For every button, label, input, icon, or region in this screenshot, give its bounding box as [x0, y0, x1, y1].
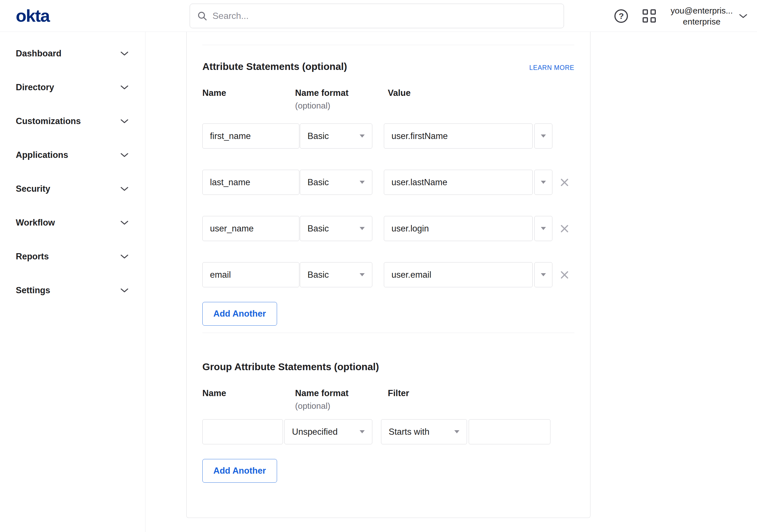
name-format-select[interactable]: Basic [300, 170, 372, 195]
sidebar-item-reports[interactable]: Reports [0, 240, 145, 273]
group-filter-type-select[interactable]: Starts with [381, 419, 467, 444]
chevron-down-icon [121, 85, 128, 90]
column-header-name: Name [202, 388, 295, 398]
chevron-down-icon [121, 51, 128, 56]
attribute-value-input[interactable] [384, 170, 533, 195]
dropdown-arrow-icon [360, 273, 365, 276]
value-dropdown-button[interactable] [534, 262, 552, 287]
dropdown-arrow-icon [541, 135, 546, 138]
attribute-statements-title: Attribute Statements (optional) [202, 61, 347, 72]
dropdown-arrow-icon [360, 227, 365, 230]
name-format-value: Basic [308, 270, 329, 280]
dropdown-arrow-icon [454, 430, 459, 433]
group-filter-value-input[interactable] [469, 419, 550, 444]
value-dropdown-button[interactable] [534, 216, 552, 241]
chevron-down-icon [121, 220, 128, 225]
remove-row-icon[interactable] [559, 269, 570, 280]
topbar: okta ? you@enterpris... enterprise [0, 0, 757, 32]
remove-row-icon[interactable] [559, 223, 570, 234]
column-header-name: Name [202, 88, 295, 98]
attribute-column-headers: Name Name format (optional) Value [202, 88, 574, 110]
attribute-row: Basic [202, 216, 574, 241]
sidebar-item-directory[interactable]: Directory [0, 71, 145, 104]
apps-grid-icon [643, 9, 648, 15]
apps-button[interactable] [643, 9, 656, 22]
value-dropdown-button[interactable] [534, 170, 552, 195]
group-attribute-statements-title: Group Attribute Statements (optional) [202, 361, 574, 372]
account-text: you@enterpris... enterprise [671, 5, 733, 27]
group-attribute-rows: Unspecified Starts with [202, 419, 574, 444]
attribute-value-input[interactable] [384, 216, 533, 241]
group-filter-type-value: Starts with [389, 427, 430, 437]
divider [202, 45, 574, 45]
group-name-input[interactable] [202, 419, 283, 444]
divider [202, 333, 574, 333]
column-header-name-format: Name format [295, 88, 388, 98]
column-header-filter: Filter [388, 388, 409, 398]
add-another-button[interactable]: Add Another [202, 459, 277, 483]
dropdown-arrow-icon [360, 135, 365, 138]
dropdown-arrow-icon [360, 181, 365, 184]
sidebar-item-dashboard[interactable]: Dashboard [0, 37, 145, 71]
search-bar[interactable] [190, 4, 564, 28]
attribute-name-input[interactable] [202, 216, 299, 241]
sidebar: Dashboard Directory Customizations Appli… [0, 32, 145, 532]
attribute-row: Basic [202, 170, 574, 195]
sidebar-item-workflow[interactable]: Workflow [0, 206, 145, 240]
name-format-select[interactable]: Basic [300, 262, 372, 287]
attribute-row: Basic [202, 262, 574, 287]
group-column-headers: Name Name format (optional) Filter [202, 388, 574, 411]
name-format-value: Basic [308, 177, 329, 187]
attribute-rows: Basic Basic Basic [202, 123, 574, 287]
dropdown-arrow-icon [541, 273, 546, 276]
chevron-down-icon [121, 254, 128, 259]
name-format-value: Basic [308, 224, 329, 234]
dropdown-arrow-icon [541, 181, 546, 184]
column-header-optional: (optional) [295, 401, 388, 411]
search-input[interactable] [213, 11, 556, 21]
attribute-value-input[interactable] [384, 123, 533, 148]
help-icon: ? [619, 11, 624, 21]
name-format-select[interactable]: Basic [300, 216, 372, 241]
topbar-right: ? you@enterpris... enterprise [614, 0, 747, 32]
sidebar-item-security[interactable]: Security [0, 172, 145, 206]
dropdown-arrow-icon [360, 430, 365, 433]
attribute-value-input[interactable] [384, 262, 533, 287]
sidebar-item-customizations[interactable]: Customizations [0, 104, 145, 138]
remove-row-icon[interactable] [559, 177, 570, 188]
settings-card: Attribute Statements (optional) LEARN MO… [186, 32, 590, 518]
name-format-value: Basic [308, 131, 329, 141]
dropdown-arrow-icon [541, 227, 546, 230]
name-format-select[interactable]: Basic [300, 123, 372, 148]
chevron-down-icon [121, 153, 128, 157]
okta-logo: okta [16, 7, 49, 24]
attribute-name-input[interactable] [202, 123, 299, 148]
sidebar-item-settings[interactable]: Settings [0, 273, 145, 307]
account-menu[interactable]: you@enterpris... enterprise [671, 5, 747, 27]
column-header-optional: (optional) [295, 101, 388, 110]
group-name-format-value: Unspecified [292, 427, 338, 437]
column-header-name-format: Name format [295, 388, 388, 398]
add-another-button[interactable]: Add Another [202, 302, 277, 326]
search-icon [197, 11, 207, 21]
column-header-value: Value [388, 88, 410, 98]
account-org: enterprise [671, 16, 733, 27]
chevron-down-icon [121, 187, 128, 191]
chevron-down-icon [121, 288, 128, 293]
value-dropdown-button[interactable] [534, 123, 552, 148]
attribute-name-input[interactable] [202, 170, 299, 195]
group-name-format-select[interactable]: Unspecified [284, 419, 372, 444]
chevron-down-icon [739, 14, 747, 18]
account-email: you@enterpris... [671, 5, 733, 16]
chevron-down-icon [121, 119, 128, 123]
help-button[interactable]: ? [614, 9, 628, 23]
attribute-name-input[interactable] [202, 262, 299, 287]
attribute-row: Basic [202, 123, 574, 148]
group-attribute-row: Unspecified Starts with [202, 419, 574, 444]
sidebar-item-applications[interactable]: Applications [0, 138, 145, 172]
learn-more-link[interactable]: LEARN MORE [529, 64, 574, 72]
